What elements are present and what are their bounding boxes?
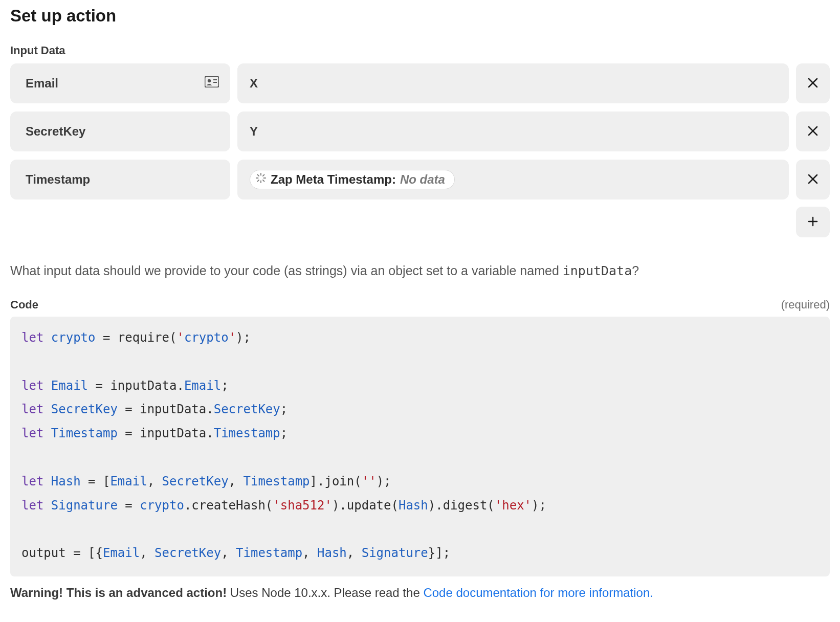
input-key-text: Email [26,76,58,91]
input-data-label: Input Data [10,44,830,57]
warning-body: Uses Node 10.x.x. Please read the [227,586,423,599]
input-value-email[interactable]: X [237,63,789,103]
page-title: Set up action [10,6,830,26]
code-editor[interactable]: let crypto = require('crypto'); let Emai… [10,317,830,576]
address-card-icon [205,76,219,91]
code-required-label: (required) [781,298,830,312]
code-documentation-link[interactable]: Code documentation for more information. [423,586,653,599]
svg-point-1 [208,79,211,82]
input-row-timestamp: Timestamp Zap Meta Timestamp: No data [10,160,830,199]
input-data-rows: Email X SecretKey Y Timestamp [10,63,830,199]
svg-line-13 [263,180,264,182]
svg-line-14 [257,180,259,182]
remove-row-button[interactable] [796,112,830,151]
input-key-text: SecretKey [26,124,85,139]
remove-row-button[interactable] [796,63,830,103]
close-icon [807,171,819,188]
warning-text: Warning! This is an advanced action! Use… [10,584,830,602]
input-key-timestamp[interactable]: Timestamp [10,160,230,199]
remove-row-button[interactable] [796,160,830,199]
input-row-secretkey: SecretKey Y [10,112,830,151]
input-value-secretkey[interactable]: Y [237,112,789,151]
input-key-text: Timestamp [26,172,90,187]
plus-icon [807,213,819,231]
svg-line-12 [257,174,259,176]
pill-label: Zap Meta Timestamp: [271,172,396,187]
input-value-timestamp[interactable]: Zap Meta Timestamp: No data [237,160,789,199]
mapped-field-pill[interactable]: Zap Meta Timestamp: No data [250,170,455,189]
svg-line-15 [263,174,264,176]
input-value-text: X [250,76,258,91]
add-row-button[interactable] [796,207,830,237]
pill-value: No data [400,172,445,187]
input-key-secretkey[interactable]: SecretKey [10,112,230,151]
zap-icon [255,172,267,187]
hint-code: inputData [563,263,632,278]
close-icon [807,123,819,140]
close-icon [807,75,819,92]
input-row-email: Email X [10,63,830,103]
warning-bold: Warning! This is an advanced action! [10,586,227,599]
hint-suffix: ? [632,263,639,278]
input-key-email[interactable]: Email [10,63,230,103]
input-value-text: Y [250,124,258,139]
code-label: Code [10,298,38,312]
input-data-hint: What input data should we provide to you… [10,262,830,280]
hint-prefix: What input data should we provide to you… [10,263,563,278]
